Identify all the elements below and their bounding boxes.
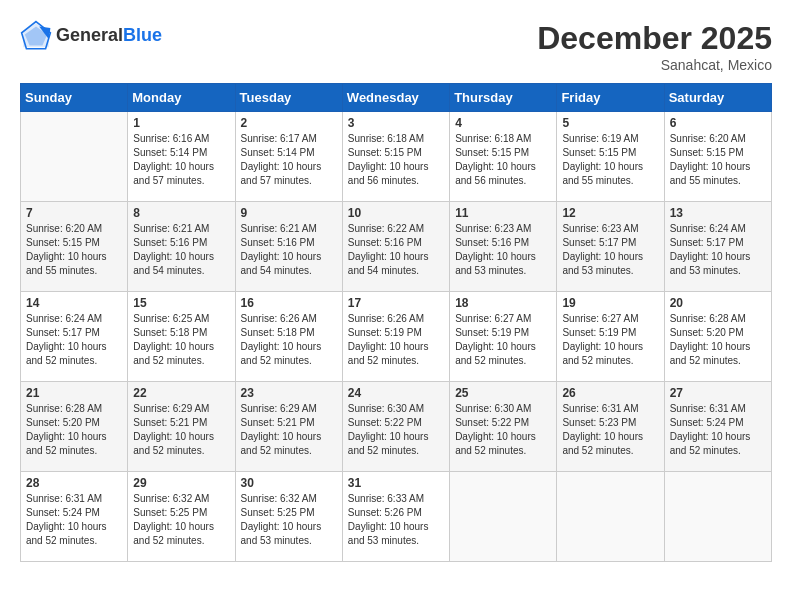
calendar-cell: 30Sunrise: 6:32 AM Sunset: 5:25 PM Dayli…: [235, 472, 342, 562]
day-info: Sunrise: 6:31 AM Sunset: 5:23 PM Dayligh…: [562, 402, 658, 458]
day-info: Sunrise: 6:28 AM Sunset: 5:20 PM Dayligh…: [26, 402, 122, 458]
week-row-4: 21Sunrise: 6:28 AM Sunset: 5:20 PM Dayli…: [21, 382, 772, 472]
calendar-cell: 27Sunrise: 6:31 AM Sunset: 5:24 PM Dayli…: [664, 382, 771, 472]
day-number: 11: [455, 206, 551, 220]
day-info: Sunrise: 6:29 AM Sunset: 5:21 PM Dayligh…: [133, 402, 229, 458]
day-info: Sunrise: 6:28 AM Sunset: 5:20 PM Dayligh…: [670, 312, 766, 368]
day-info: Sunrise: 6:23 AM Sunset: 5:17 PM Dayligh…: [562, 222, 658, 278]
logo: GeneralBlue: [20, 20, 162, 52]
calendar-cell: 15Sunrise: 6:25 AM Sunset: 5:18 PM Dayli…: [128, 292, 235, 382]
day-info: Sunrise: 6:21 AM Sunset: 5:16 PM Dayligh…: [241, 222, 337, 278]
day-info: Sunrise: 6:20 AM Sunset: 5:15 PM Dayligh…: [670, 132, 766, 188]
day-number: 1: [133, 116, 229, 130]
calendar-cell: 14Sunrise: 6:24 AM Sunset: 5:17 PM Dayli…: [21, 292, 128, 382]
day-number: 31: [348, 476, 444, 490]
calendar-cell: 7Sunrise: 6:20 AM Sunset: 5:15 PM Daylig…: [21, 202, 128, 292]
header-monday: Monday: [128, 84, 235, 112]
day-number: 8: [133, 206, 229, 220]
calendar-cell: 3Sunrise: 6:18 AM Sunset: 5:15 PM Daylig…: [342, 112, 449, 202]
day-info: Sunrise: 6:27 AM Sunset: 5:19 PM Dayligh…: [455, 312, 551, 368]
calendar-cell: 20Sunrise: 6:28 AM Sunset: 5:20 PM Dayli…: [664, 292, 771, 382]
day-info: Sunrise: 6:31 AM Sunset: 5:24 PM Dayligh…: [26, 492, 122, 548]
day-number: 9: [241, 206, 337, 220]
logo-icon: [20, 20, 52, 52]
day-number: 19: [562, 296, 658, 310]
day-number: 22: [133, 386, 229, 400]
day-info: Sunrise: 6:32 AM Sunset: 5:25 PM Dayligh…: [133, 492, 229, 548]
header-friday: Friday: [557, 84, 664, 112]
day-number: 26: [562, 386, 658, 400]
day-info: Sunrise: 6:31 AM Sunset: 5:24 PM Dayligh…: [670, 402, 766, 458]
day-number: 10: [348, 206, 444, 220]
day-number: 17: [348, 296, 444, 310]
day-info: Sunrise: 6:24 AM Sunset: 5:17 PM Dayligh…: [26, 312, 122, 368]
calendar-cell: [664, 472, 771, 562]
header-wednesday: Wednesday: [342, 84, 449, 112]
day-number: 12: [562, 206, 658, 220]
calendar-cell: 29Sunrise: 6:32 AM Sunset: 5:25 PM Dayli…: [128, 472, 235, 562]
week-row-5: 28Sunrise: 6:31 AM Sunset: 5:24 PM Dayli…: [21, 472, 772, 562]
week-row-2: 7Sunrise: 6:20 AM Sunset: 5:15 PM Daylig…: [21, 202, 772, 292]
calendar-header-row: SundayMondayTuesdayWednesdayThursdayFrid…: [21, 84, 772, 112]
day-number: 25: [455, 386, 551, 400]
calendar-cell: 12Sunrise: 6:23 AM Sunset: 5:17 PM Dayli…: [557, 202, 664, 292]
day-number: 15: [133, 296, 229, 310]
calendar-cell: 22Sunrise: 6:29 AM Sunset: 5:21 PM Dayli…: [128, 382, 235, 472]
week-row-1: 1Sunrise: 6:16 AM Sunset: 5:14 PM Daylig…: [21, 112, 772, 202]
calendar-cell: 2Sunrise: 6:17 AM Sunset: 5:14 PM Daylig…: [235, 112, 342, 202]
calendar-cell: 16Sunrise: 6:26 AM Sunset: 5:18 PM Dayli…: [235, 292, 342, 382]
day-info: Sunrise: 6:32 AM Sunset: 5:25 PM Dayligh…: [241, 492, 337, 548]
calendar-cell: 13Sunrise: 6:24 AM Sunset: 5:17 PM Dayli…: [664, 202, 771, 292]
day-info: Sunrise: 6:17 AM Sunset: 5:14 PM Dayligh…: [241, 132, 337, 188]
day-number: 30: [241, 476, 337, 490]
month-title: December 2025: [537, 20, 772, 57]
day-info: Sunrise: 6:29 AM Sunset: 5:21 PM Dayligh…: [241, 402, 337, 458]
day-info: Sunrise: 6:20 AM Sunset: 5:15 PM Dayligh…: [26, 222, 122, 278]
week-row-3: 14Sunrise: 6:24 AM Sunset: 5:17 PM Dayli…: [21, 292, 772, 382]
day-number: 24: [348, 386, 444, 400]
day-info: Sunrise: 6:30 AM Sunset: 5:22 PM Dayligh…: [455, 402, 551, 458]
day-info: Sunrise: 6:26 AM Sunset: 5:18 PM Dayligh…: [241, 312, 337, 368]
day-info: Sunrise: 6:24 AM Sunset: 5:17 PM Dayligh…: [670, 222, 766, 278]
day-info: Sunrise: 6:23 AM Sunset: 5:16 PM Dayligh…: [455, 222, 551, 278]
day-number: 2: [241, 116, 337, 130]
calendar-cell: [450, 472, 557, 562]
day-number: 27: [670, 386, 766, 400]
logo-text: GeneralBlue: [56, 26, 162, 46]
day-info: Sunrise: 6:26 AM Sunset: 5:19 PM Dayligh…: [348, 312, 444, 368]
calendar-table: SundayMondayTuesdayWednesdayThursdayFrid…: [20, 83, 772, 562]
calendar-cell: 11Sunrise: 6:23 AM Sunset: 5:16 PM Dayli…: [450, 202, 557, 292]
page-header: GeneralBlue December 2025 Sanahcat, Mexi…: [20, 20, 772, 73]
calendar-cell: 18Sunrise: 6:27 AM Sunset: 5:19 PM Dayli…: [450, 292, 557, 382]
calendar-cell: 5Sunrise: 6:19 AM Sunset: 5:15 PM Daylig…: [557, 112, 664, 202]
day-info: Sunrise: 6:18 AM Sunset: 5:15 PM Dayligh…: [455, 132, 551, 188]
header-tuesday: Tuesday: [235, 84, 342, 112]
calendar-cell: 4Sunrise: 6:18 AM Sunset: 5:15 PM Daylig…: [450, 112, 557, 202]
calendar-cell: [21, 112, 128, 202]
day-number: 16: [241, 296, 337, 310]
header-sunday: Sunday: [21, 84, 128, 112]
day-number: 18: [455, 296, 551, 310]
day-info: Sunrise: 6:19 AM Sunset: 5:15 PM Dayligh…: [562, 132, 658, 188]
day-info: Sunrise: 6:18 AM Sunset: 5:15 PM Dayligh…: [348, 132, 444, 188]
calendar-cell: 26Sunrise: 6:31 AM Sunset: 5:23 PM Dayli…: [557, 382, 664, 472]
day-info: Sunrise: 6:22 AM Sunset: 5:16 PM Dayligh…: [348, 222, 444, 278]
day-info: Sunrise: 6:16 AM Sunset: 5:14 PM Dayligh…: [133, 132, 229, 188]
day-number: 20: [670, 296, 766, 310]
calendar-cell: [557, 472, 664, 562]
day-number: 5: [562, 116, 658, 130]
day-number: 3: [348, 116, 444, 130]
calendar-cell: 19Sunrise: 6:27 AM Sunset: 5:19 PM Dayli…: [557, 292, 664, 382]
day-info: Sunrise: 6:21 AM Sunset: 5:16 PM Dayligh…: [133, 222, 229, 278]
calendar-cell: 21Sunrise: 6:28 AM Sunset: 5:20 PM Dayli…: [21, 382, 128, 472]
day-info: Sunrise: 6:33 AM Sunset: 5:26 PM Dayligh…: [348, 492, 444, 548]
day-number: 14: [26, 296, 122, 310]
calendar-cell: 17Sunrise: 6:26 AM Sunset: 5:19 PM Dayli…: [342, 292, 449, 382]
day-info: Sunrise: 6:27 AM Sunset: 5:19 PM Dayligh…: [562, 312, 658, 368]
calendar-cell: 31Sunrise: 6:33 AM Sunset: 5:26 PM Dayli…: [342, 472, 449, 562]
day-number: 23: [241, 386, 337, 400]
calendar-cell: 23Sunrise: 6:29 AM Sunset: 5:21 PM Dayli…: [235, 382, 342, 472]
day-number: 7: [26, 206, 122, 220]
day-number: 13: [670, 206, 766, 220]
calendar-cell: 25Sunrise: 6:30 AM Sunset: 5:22 PM Dayli…: [450, 382, 557, 472]
